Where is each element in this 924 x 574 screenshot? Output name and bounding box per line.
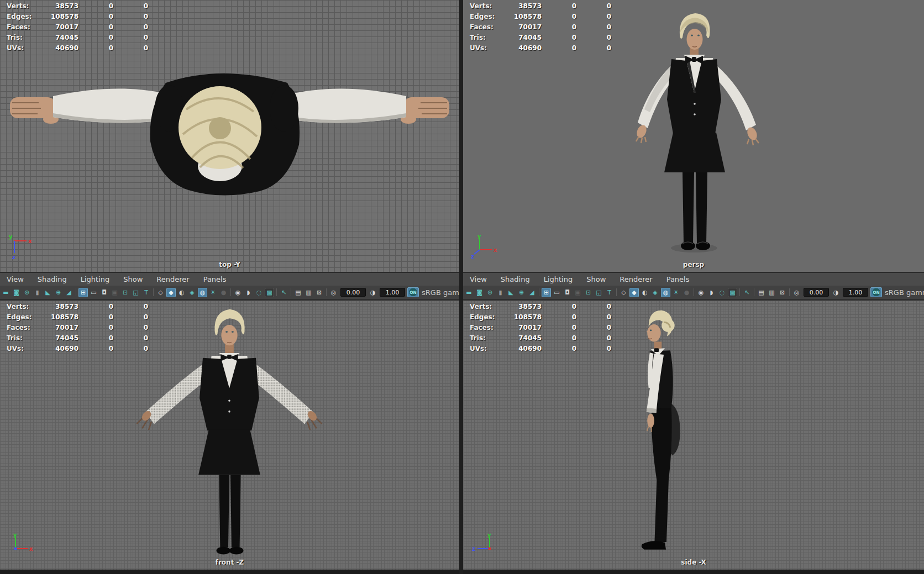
pan-zoom-icon[interactable]: ⊕	[517, 288, 526, 297]
wireframe-on-shaded-icon[interactable]: ◐	[640, 288, 649, 297]
gate-mask-icon[interactable]: ▣	[110, 288, 119, 297]
field-chart-icon[interactable]: ⊡	[584, 288, 593, 297]
paint-brush-icon[interactable]: ◢	[527, 288, 537, 297]
menu-item[interactable]: Lighting	[77, 275, 113, 283]
gamma-field[interactable]: 1.00	[843, 288, 868, 297]
textured-icon[interactable]: ◈	[187, 288, 197, 297]
safe-action-icon[interactable]: ◱	[594, 288, 603, 297]
grid-toggle-icon[interactable]: ⊞	[542, 288, 551, 297]
camera-attributes-icon[interactable]: ⊛	[485, 288, 495, 297]
menu-item[interactable]: Renderer	[153, 275, 192, 283]
contrast-icon[interactable]: ◑	[368, 288, 377, 297]
shaded-icon[interactable]: ◆	[629, 288, 639, 297]
pane-divider[interactable]	[459, 272, 463, 574]
wireframe-icon[interactable]: ◇	[156, 288, 165, 297]
hud-col3: 0	[576, 2, 611, 10]
resolution-gate-icon[interactable]: ◘	[563, 288, 572, 297]
movie-camera-icon[interactable]: ▬	[464, 288, 474, 297]
resolution-gate-icon[interactable]: ◘	[99, 288, 109, 297]
menu-item[interactable]: Show	[583, 275, 609, 283]
camera-attributes-icon[interactable]: ⊛	[22, 288, 32, 297]
lights-icon[interactable]: ☀	[208, 288, 218, 297]
shadows-icon[interactable]: ●	[219, 288, 228, 297]
pan-zoom-icon[interactable]: ⊕	[54, 288, 63, 297]
occlusion-icon[interactable]: ◉	[696, 288, 706, 297]
grease-pencil-icon[interactable]: ◣	[43, 288, 53, 297]
pane-divider[interactable]	[459, 0, 463, 272]
lights-icon[interactable]: ☀	[671, 288, 681, 297]
film-gate-icon[interactable]: ▭	[89, 288, 98, 297]
panel-menubar: ViewShadingLightingShowRendererPanels	[0, 272, 459, 286]
hud-value: 70017	[514, 23, 542, 31]
gamma-field[interactable]: 1.00	[380, 288, 405, 297]
separator	[788, 288, 791, 297]
safe-action-icon[interactable]: ◱	[131, 288, 140, 297]
bookmark-icon[interactable]: ▮	[33, 288, 42, 297]
isolate-add-icon[interactable]: ▥	[304, 288, 313, 297]
camera-lock-icon[interactable]: ◙	[475, 288, 484, 297]
axis-indicator-persp: y x z	[471, 233, 497, 260]
isolate-select-icon[interactable]: ▤	[757, 288, 766, 297]
wireframe-on-shaded-icon[interactable]: ◐	[177, 288, 186, 297]
zoom-region-icon[interactable]: ⊠	[314, 288, 324, 297]
isolate-add-icon[interactable]: ▥	[767, 288, 776, 297]
viewport-top[interactable]: Verts: 38573 0 0 Edges: 108578 0 0	[0, 0, 459, 272]
depth-peeling-icon[interactable]: ▩	[265, 288, 274, 297]
hud-label: Verts:	[0, 303, 51, 310]
shaded-icon[interactable]: ◆	[166, 288, 176, 297]
menu-item[interactable]: Renderer	[616, 275, 655, 283]
shadows-icon[interactable]: ●	[682, 288, 691, 297]
default-material-icon[interactable]: ◍	[661, 288, 670, 297]
exposure-icon[interactable]: ◎	[329, 288, 338, 297]
motion-blur-icon[interactable]: ◗	[244, 288, 253, 297]
exposure-field[interactable]: 0.00	[804, 288, 829, 297]
menu-item[interactable]: Panels	[200, 275, 230, 283]
exposure-icon[interactable]: ◎	[792, 288, 801, 297]
menu-item[interactable]: View	[466, 275, 490, 283]
color-management-toggle[interactable]: ON	[870, 287, 882, 297]
select-tool-icon[interactable]: ↖	[742, 288, 752, 297]
textured-icon[interactable]: ◈	[650, 288, 660, 297]
safe-title-icon[interactable]: T	[605, 288, 614, 297]
zoom-region-icon[interactable]: ⊠	[778, 288, 787, 297]
depth-peeling-icon[interactable]: ▩	[728, 288, 737, 297]
gate-mask-icon[interactable]: ▣	[573, 288, 582, 297]
default-material-icon[interactable]: ◍	[198, 288, 207, 297]
viewport-side[interactable]: Verts: 38573 0 0 Edges: 108578 0 0	[463, 301, 924, 570]
menu-item[interactable]: Shading	[497, 275, 533, 283]
menu-item[interactable]: Lighting	[540, 275, 576, 283]
viewport-persp[interactable]: Verts: 38573 0 0 Edges: 108578 0 0	[463, 0, 924, 272]
anti-alias-icon[interactable]: ◌	[717, 288, 727, 297]
menu-item[interactable]: Show	[120, 275, 146, 283]
menu-item[interactable]: Panels	[663, 275, 693, 283]
menu-item[interactable]: View	[3, 275, 27, 283]
safe-title-icon[interactable]: T	[141, 288, 151, 297]
grease-pencil-icon[interactable]: ◣	[506, 288, 516, 297]
wireframe-icon[interactable]: ◇	[619, 288, 628, 297]
svg-text:x: x	[29, 546, 33, 552]
film-gate-icon[interactable]: ▭	[552, 288, 561, 297]
exposure-field[interactable]: 0.00	[340, 288, 366, 297]
separator	[738, 288, 741, 297]
maya-four-view-workspace: Verts: 38573 0 0 Edges: 108578 0 0	[0, 0, 924, 574]
hud-col2: 0	[542, 313, 576, 321]
hud-col3: 0	[576, 13, 611, 20]
select-tool-icon[interactable]: ↖	[279, 288, 288, 297]
color-management-toggle[interactable]: ON	[407, 287, 419, 297]
hud-col3: 0	[113, 44, 148, 52]
svg-text:y: y	[487, 532, 491, 538]
bookmark-icon[interactable]: ▮	[496, 288, 505, 297]
contrast-icon[interactable]: ◑	[831, 288, 841, 297]
movie-camera-icon[interactable]: ▬	[1, 288, 11, 297]
viewport-front[interactable]: Verts: 38573 0 0 Edges: 108578 0 0	[0, 301, 459, 570]
isolate-select-icon[interactable]: ▤	[293, 288, 303, 297]
grid-toggle-icon[interactable]: ⊞	[78, 288, 88, 297]
paint-brush-icon[interactable]: ◢	[64, 288, 74, 297]
occlusion-icon[interactable]: ◉	[233, 288, 243, 297]
field-chart-icon[interactable]: ⊡	[120, 288, 130, 297]
hud-row: UVs: 40690 0 0	[463, 343, 611, 354]
motion-blur-icon[interactable]: ◗	[707, 288, 716, 297]
camera-lock-icon[interactable]: ◙	[12, 288, 21, 297]
anti-alias-icon[interactable]: ◌	[254, 288, 264, 297]
menu-item[interactable]: Shading	[34, 275, 70, 283]
